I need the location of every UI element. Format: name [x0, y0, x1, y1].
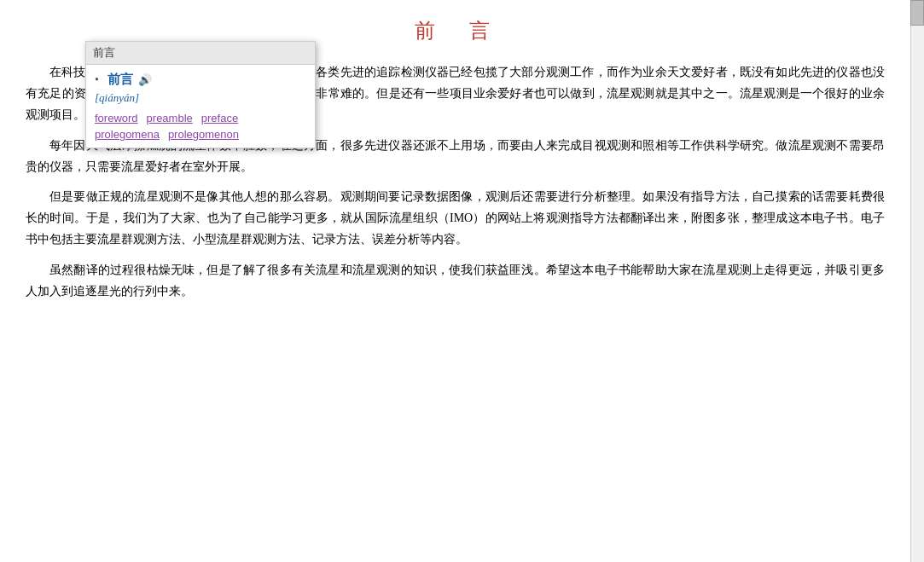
scrollbar-track[interactable]: [910, 0, 924, 562]
tooltip-pinyin: [qiányán]: [95, 91, 306, 105]
paragraph-3: 但是要做正规的流星观测不是像其他人想的那么容易。观测期间要记录数据图像，观测后还…: [26, 186, 885, 251]
scrollbar-thumb[interactable]: [910, 0, 924, 26]
tooltip-word: 前言: [108, 72, 133, 88]
tooltip-link-prolegomena[interactable]: prolegomena: [95, 128, 160, 141]
tooltip-header: 前言: [86, 42, 315, 65]
tooltip-link-preamble[interactable]: preamble: [147, 112, 193, 125]
tooltip-links: foreword preamble preface prolegomena pr…: [95, 112, 306, 141]
tooltip-popup: 前言 • 前言 🔊 [qiányán] foreword preamble pr…: [85, 41, 316, 148]
tooltip-speaker-icon[interactable]: 🔊: [138, 73, 152, 87]
tooltip-link-foreword[interactable]: foreword: [95, 112, 138, 125]
tooltip-header-text: 前言: [93, 46, 115, 59]
paragraph-4: 虽然翻译的过程很枯燥无味，但是了解了很多有关流星和流星观测的知识，使我们获益匪浅…: [26, 259, 885, 302]
tooltip-main-word-row: • 前言 🔊: [95, 72, 306, 88]
tooltip-link-preface[interactable]: preface: [201, 112, 238, 125]
tooltip-bullet: •: [95, 73, 99, 87]
tooltip-body: • 前言 🔊 [qiányán] foreword preamble prefa…: [86, 65, 315, 148]
tooltip-link-prolegomenon[interactable]: prolegomenon: [168, 128, 239, 141]
